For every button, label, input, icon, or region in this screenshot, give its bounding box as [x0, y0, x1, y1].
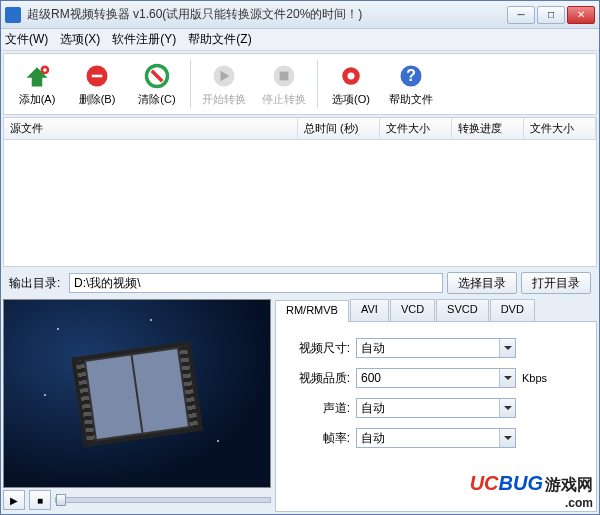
- videosize-label: 视频尺寸:: [286, 340, 350, 357]
- audio-label: 声道:: [286, 400, 350, 417]
- maximize-button[interactable]: □: [537, 6, 565, 24]
- fps-label: 帧率:: [286, 430, 350, 447]
- fps-combo[interactable]: 自动: [356, 428, 516, 448]
- tab-panel: 视频尺寸: 自动 视频品质: 600 Kbps 声道:: [275, 321, 597, 512]
- close-button[interactable]: ✕: [567, 6, 595, 24]
- stop-playback-button[interactable]: ■: [29, 490, 51, 510]
- videosize-field: 视频尺寸: 自动: [286, 338, 586, 358]
- slider-thumb[interactable]: [56, 494, 66, 506]
- file-list: 源文件 总时间 (秒) 文件大小 转换进度 文件大小: [3, 117, 597, 267]
- stop-button[interactable]: 停止转换: [255, 56, 313, 112]
- output-label: 输出目录:: [9, 275, 65, 292]
- svg-rect-5: [280, 71, 289, 80]
- help-icon: ?: [397, 62, 425, 90]
- separator-icon: [190, 60, 191, 108]
- quality-value: 600: [361, 371, 381, 385]
- quality-label: 视频品质:: [286, 370, 350, 387]
- main-window: 超级RM视频转换器 v1.60(试用版只能转换源文件20%的时间！) ─ □ ✕…: [0, 0, 600, 515]
- titlebar: 超级RM视频转换器 v1.60(试用版只能转换源文件20%的时间！) ─ □ ✕: [1, 1, 599, 29]
- remove-label: 删除(B): [79, 92, 116, 107]
- help-label: 帮助文件: [389, 92, 433, 107]
- list-header: 源文件 总时间 (秒) 文件大小 转换进度 文件大小: [4, 118, 596, 140]
- output-path-input[interactable]: [69, 273, 443, 293]
- options-button[interactable]: 选项(O): [322, 56, 380, 112]
- help-button[interactable]: ? 帮助文件: [382, 56, 440, 112]
- remove-button[interactable]: 删除(B): [68, 56, 126, 112]
- clear-button[interactable]: 清除(C): [128, 56, 186, 112]
- col-source[interactable]: 源文件: [4, 118, 298, 139]
- menubar: 文件(W) 选项(X) 软件注册(Y) 帮助文件(Z): [1, 29, 599, 51]
- minimize-button[interactable]: ─: [507, 6, 535, 24]
- window-title: 超级RM视频转换器 v1.60(试用版只能转换源文件20%的时间！): [27, 6, 507, 23]
- list-body[interactable]: [4, 140, 596, 266]
- svg-point-7: [348, 72, 355, 79]
- fps-field: 帧率: 自动: [286, 428, 586, 448]
- quality-field: 视频品质: 600 Kbps: [286, 368, 586, 388]
- add-label: 添加(A): [19, 92, 56, 107]
- audio-value: 自动: [361, 400, 385, 417]
- options-label: 选项(O): [332, 92, 370, 107]
- filmstrip-icon: [71, 341, 202, 447]
- start-button[interactable]: 开始转换: [195, 56, 253, 112]
- fps-value: 自动: [361, 430, 385, 447]
- videosize-combo[interactable]: 自动: [356, 338, 516, 358]
- seek-slider[interactable]: [55, 497, 271, 503]
- stop-icon: [270, 62, 298, 90]
- playback-controls: ▶ ■: [3, 488, 271, 512]
- remove-icon: [83, 62, 111, 90]
- app-icon: [5, 7, 21, 23]
- menu-options[interactable]: 选项(X): [60, 31, 100, 48]
- col-duration[interactable]: 总时间 (秒): [298, 118, 380, 139]
- chevron-down-icon: [499, 429, 515, 447]
- settings-pane: RM/RMVB AVI VCD SVCD DVD 视频尺寸: 自动 视频品质:: [275, 299, 597, 512]
- chevron-down-icon: [499, 369, 515, 387]
- preview-pane: ▶ ■: [3, 299, 271, 512]
- toolbar: 添加(A) 删除(B) 清除(C) 开始转换 停止转换 选项(O) ? 帮助文件: [3, 53, 597, 115]
- output-row: 输出目录: 选择目录 打开目录: [3, 269, 597, 297]
- browse-button[interactable]: 选择目录: [447, 272, 517, 294]
- col-filesize[interactable]: 文件大小: [380, 118, 452, 139]
- gear-icon: [337, 62, 365, 90]
- format-tabs: RM/RMVB AVI VCD SVCD DVD: [275, 299, 597, 321]
- col-outsize[interactable]: 文件大小: [524, 118, 596, 139]
- add-button[interactable]: 添加(A): [8, 56, 66, 112]
- menu-file[interactable]: 文件(W): [5, 31, 48, 48]
- quality-combo[interactable]: 600: [356, 368, 516, 388]
- separator-icon: [317, 60, 318, 108]
- menu-register[interactable]: 软件注册(Y): [112, 31, 176, 48]
- audio-field: 声道: 自动: [286, 398, 586, 418]
- start-label: 开始转换: [202, 92, 246, 107]
- add-icon: [23, 62, 51, 90]
- clear-icon: [143, 62, 171, 90]
- audio-combo[interactable]: 自动: [356, 398, 516, 418]
- tab-avi[interactable]: AVI: [350, 299, 389, 321]
- quality-unit: Kbps: [522, 372, 547, 384]
- tab-vcd[interactable]: VCD: [390, 299, 435, 321]
- stop-label: 停止转换: [262, 92, 306, 107]
- chevron-down-icon: [499, 399, 515, 417]
- lower-pane: ▶ ■ RM/RMVB AVI VCD SVCD DVD 视频尺寸: 自动: [3, 299, 597, 512]
- window-buttons: ─ □ ✕: [507, 6, 595, 24]
- tab-rm[interactable]: RM/RMVB: [275, 300, 349, 322]
- preview-image: [3, 299, 271, 488]
- play-icon: [210, 62, 238, 90]
- open-dir-button[interactable]: 打开目录: [521, 272, 591, 294]
- menu-help[interactable]: 帮助文件(Z): [188, 31, 251, 48]
- play-button[interactable]: ▶: [3, 490, 25, 510]
- tab-dvd[interactable]: DVD: [490, 299, 535, 321]
- videosize-value: 自动: [361, 340, 385, 357]
- col-progress[interactable]: 转换进度: [452, 118, 524, 139]
- clear-label: 清除(C): [138, 92, 175, 107]
- chevron-down-icon: [499, 339, 515, 357]
- svg-text:?: ?: [406, 67, 416, 84]
- tab-svcd[interactable]: SVCD: [436, 299, 489, 321]
